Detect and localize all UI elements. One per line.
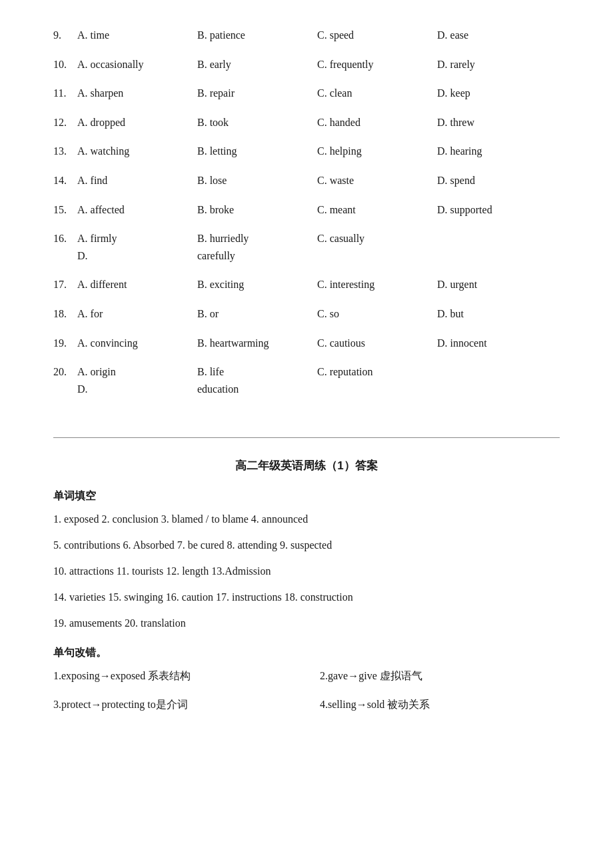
option-value: carefully (197, 247, 235, 265)
option: C. helping (317, 143, 437, 160)
option: B. lose (197, 172, 317, 189)
question-num: 9. (53, 27, 77, 44)
question-row: 9.A. timeB. patienceC. speedD. ease (53, 27, 560, 44)
option: D. (77, 247, 197, 265)
option: B. patience (197, 27, 317, 44)
question-row: 11.A. sharpenB. repairC. cleanD. keep (53, 85, 560, 102)
option: D. urgent (437, 276, 557, 293)
option: D. hearing (437, 143, 557, 160)
option: A. sharpen (77, 85, 197, 102)
question-num: 13. (53, 143, 77, 160)
option: D. but (437, 305, 557, 323)
question-row: 12.A. droppedB. tookC. handedD. threw (53, 114, 560, 131)
answer-divider (53, 437, 560, 438)
option: C. cautious (317, 335, 437, 352)
option: C. reputation (317, 363, 437, 381)
correction-item-right: 2.gave→give 虚拟语气 (320, 667, 560, 686)
option: D. spend (437, 172, 557, 189)
question-num: 18. (53, 305, 77, 323)
option: C. so (317, 305, 437, 323)
correction-item-right: 4.selling→sold 被动关系 (320, 695, 560, 715)
option: D. threw (437, 114, 557, 131)
option: A. different (77, 276, 197, 293)
vocab-answer-line: 10. attractions 11. tourists 12. length … (53, 562, 560, 581)
option: A. find (77, 172, 197, 189)
question-row: 20.A. originB. lifeC. reputationD.educat… (53, 363, 560, 397)
option: B. life (197, 363, 317, 381)
question-row: 14.A. findB. loseC. wasteD. spend (53, 172, 560, 189)
correction-line: 1.exposing→exposed 系表结构2.gave→give 虚拟语气 (53, 667, 560, 686)
question-num: 16. (53, 230, 77, 247)
question-row: 10.A. occasionallyB. earlyC. frequentlyD… (53, 56, 560, 73)
option: A. time (77, 27, 197, 44)
option: A. convincing (77, 335, 197, 352)
option: A. for (77, 305, 197, 323)
option: A. firmly (77, 230, 197, 247)
option: D. supported (437, 201, 557, 219)
option: B. repair (197, 85, 317, 102)
question-row: 18.A. forB. orC. soD. but (53, 305, 560, 323)
option: D. innocent (437, 335, 557, 352)
option: A. dropped (77, 114, 197, 131)
option: A. origin (77, 363, 197, 381)
option: C. casually (317, 230, 437, 247)
question-num: 17. (53, 276, 77, 293)
option: D. (77, 381, 197, 398)
question-num: 12. (53, 114, 77, 131)
question-row: 17.A. differentB. excitingC. interesting… (53, 276, 560, 293)
option: C. clean (317, 85, 437, 102)
option: B. early (197, 56, 317, 73)
option: B. broke (197, 201, 317, 219)
option: B. took (197, 114, 317, 131)
vocab-section: 单词填空 1. exposed 2. conclusion 3. blamed … (53, 489, 560, 633)
option: A. occasionally (77, 56, 197, 73)
question-num: 10. (53, 56, 77, 73)
question-num: 19. (53, 335, 77, 352)
question-num: 20. (53, 363, 77, 381)
option: B. heartwarming (197, 335, 317, 352)
option: C. frequently (317, 56, 437, 73)
correction-section: 单句改错。 1.exposing→exposed 系表结构2.gave→give… (53, 646, 560, 715)
vocab-answer-line: 5. contributions 6. Absorbed 7. be cured… (53, 536, 560, 555)
option: A. affected (77, 201, 197, 219)
option: C. speed (317, 27, 437, 44)
option: C. meant (317, 201, 437, 219)
correction-title: 单句改错。 (53, 646, 560, 660)
option: C. interesting (317, 276, 437, 293)
question-row: 15.A. affectedB. brokeC. meantD. support… (53, 201, 560, 219)
vocab-answer-line: 1. exposed 2. conclusion 3. blamed / to … (53, 510, 560, 529)
option-value: education (197, 381, 239, 398)
question-num: 11. (53, 85, 77, 102)
question-num: 15. (53, 201, 77, 219)
correction-item-left: 3.protect→protecting to是介词 (53, 695, 293, 715)
option: D. ease (437, 27, 557, 44)
vocab-title: 单词填空 (53, 489, 560, 503)
answer-area: 高二年级英语周练（1）答案 单词填空 1. exposed 2. conclus… (53, 458, 560, 715)
vocab-answer-line: 14. varieties 15. swinging 16. caution 1… (53, 588, 560, 607)
option: B. hurriedly (197, 230, 317, 247)
question-row: 13.A. watchingB. lettingC. helpingD. hea… (53, 143, 560, 160)
option: C. handed (317, 114, 437, 131)
option: D. keep (437, 85, 557, 102)
corrections: 1.exposing→exposed 系表结构2.gave→give 虚拟语气3… (53, 667, 560, 715)
option: B. or (197, 305, 317, 323)
answer-section-title: 高二年级英语周练（1）答案 (53, 458, 560, 473)
option: B. letting (197, 143, 317, 160)
question-num: 14. (53, 172, 77, 189)
option: C. waste (317, 172, 437, 189)
option: B. exciting (197, 276, 317, 293)
option: D. rarely (437, 56, 557, 73)
question-list: 9.A. timeB. patienceC. speedD. ease10.A.… (53, 27, 560, 397)
correction-item-left: 1.exposing→exposed 系表结构 (53, 667, 293, 686)
question-row: 16.A. firmlyB. hurriedlyC. casuallyD.car… (53, 230, 560, 264)
correction-line: 3.protect→protecting to是介词4.selling→sold… (53, 695, 560, 715)
vocab-answers: 1. exposed 2. conclusion 3. blamed / to … (53, 510, 560, 633)
vocab-answer-line: 19. amusements 20. translation (53, 614, 560, 633)
question-row: 19.A. convincingB. heartwarmingC. cautio… (53, 335, 560, 352)
option: A. watching (77, 143, 197, 160)
